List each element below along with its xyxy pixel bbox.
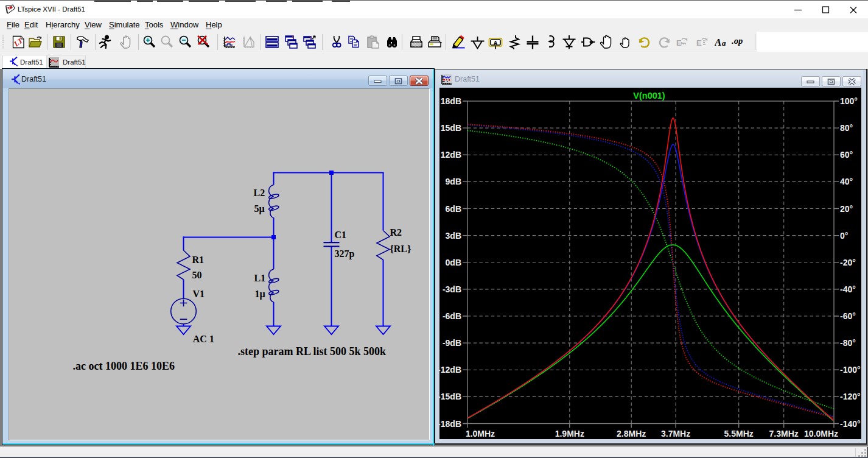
svg-text:R1: R1 (192, 255, 205, 265)
svg-text:AC 1: AC 1 (193, 334, 214, 344)
svg-text:-20°: -20° (840, 258, 856, 267)
svg-text:60°: 60° (840, 150, 853, 160)
svg-text:20°: 20° (840, 204, 853, 214)
svg-text:50: 50 (192, 270, 202, 280)
svg-text:-120°: -120° (840, 392, 861, 401)
svg-text:40°: 40° (840, 177, 853, 186)
svg-text:R2: R2 (390, 227, 402, 238)
svg-text:18dB: 18dB (441, 96, 461, 106)
svg-text:.ac oct 1000 1E6 10E6: .ac oct 1000 1E6 10E6 (73, 360, 175, 372)
svg-text:2.8MHz: 2.8MHz (617, 429, 646, 439)
svg-text:.step param RL list 500 5k 500: .step param RL list 500 5k 500k (238, 345, 387, 358)
svg-text:-18dB: -18dB (439, 419, 461, 429)
svg-text:10.0MHz: 10.0MHz (804, 429, 838, 439)
svg-text:-140°: -140° (840, 419, 861, 429)
svg-text:-15dB: -15dB (439, 392, 461, 401)
svg-text:E: E (676, 38, 682, 48)
svg-text:-6dB: -6dB (443, 311, 461, 321)
svg-text:a: a (722, 38, 726, 48)
svg-text:V1: V1 (193, 289, 205, 299)
svg-text:L2: L2 (254, 188, 265, 198)
svg-text:9dB: 9dB (446, 177, 461, 186)
svg-text:C1: C1 (335, 230, 347, 240)
svg-text:E: E (696, 38, 702, 48)
svg-text:5µ: 5µ (254, 203, 265, 214)
svg-text:3.7MHz: 3.7MHz (661, 429, 690, 439)
svg-text:A: A (715, 37, 721, 48)
svg-text:-100°: -100° (840, 365, 861, 375)
svg-text:{RL}: {RL} (390, 244, 411, 254)
svg-text:-80°: -80° (840, 338, 856, 348)
svg-text:12dB: 12dB (441, 150, 461, 160)
svg-text:-40°: -40° (840, 284, 856, 294)
svg-text:-60°: -60° (840, 311, 856, 321)
svg-text:1.0MHz: 1.0MHz (466, 429, 495, 439)
svg-text:80°: 80° (840, 123, 853, 133)
svg-text:15dB: 15dB (441, 123, 461, 133)
svg-text:A: A (494, 40, 497, 47)
svg-text:1µ: 1µ (255, 289, 265, 300)
svg-text:3dB: 3dB (446, 231, 461, 241)
svg-text:.op: .op (732, 36, 743, 46)
svg-text:L1: L1 (254, 273, 266, 283)
svg-text:V(n001): V(n001) (633, 91, 665, 100)
svg-text:1.9MHz: 1.9MHz (555, 429, 584, 439)
svg-text:0dB: 0dB (446, 258, 461, 267)
svg-text:-12dB: -12dB (439, 365, 461, 375)
svg-text:7.3MHz: 7.3MHz (769, 429, 799, 439)
svg-text:-3dB: -3dB (443, 284, 461, 294)
svg-text:0°: 0° (840, 231, 848, 241)
svg-text:327p: 327p (335, 248, 355, 259)
svg-text:6dB: 6dB (446, 204, 461, 214)
svg-text:-9dB: -9dB (443, 338, 461, 348)
svg-text:5.5MHz: 5.5MHz (724, 429, 754, 439)
svg-text:100°: 100° (840, 96, 858, 106)
